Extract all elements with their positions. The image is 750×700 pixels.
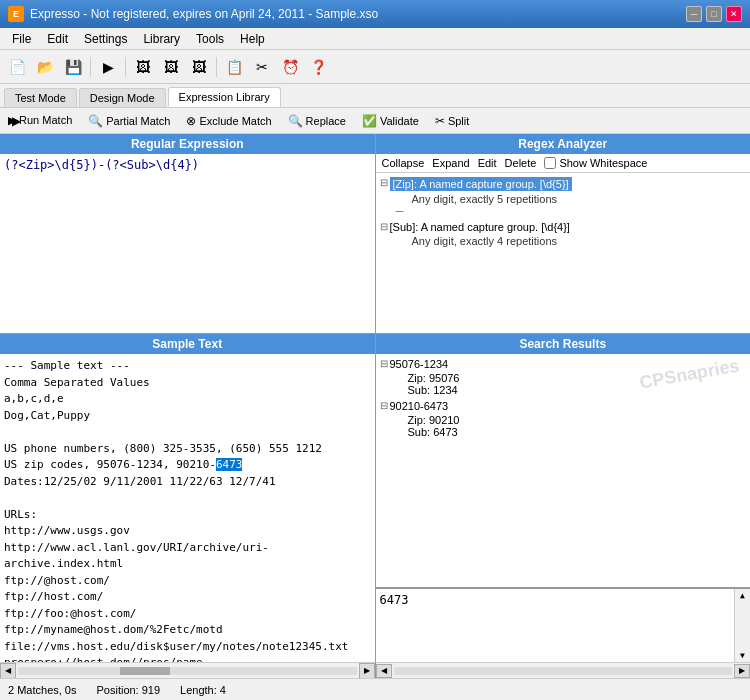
- exclude-match-label: Exclude Match: [199, 115, 271, 127]
- result-2-zip: Zip: 90210: [408, 414, 747, 426]
- detail-hscroll-track[interactable]: [394, 667, 733, 675]
- result-2-sub: Sub: 6473: [408, 426, 747, 438]
- split-button[interactable]: ✂ Split: [429, 112, 475, 130]
- sample-panel: Sample Text --- Sample text --- Comma Se…: [0, 334, 376, 678]
- sample-panel-header: Sample Text: [0, 334, 375, 354]
- menu-file[interactable]: File: [4, 30, 39, 48]
- analyzer-panel-header: Regex Analyzer: [376, 134, 751, 154]
- sub-node-label: [Sub]: A named capture group. [\d{4}]: [390, 221, 570, 233]
- replace-label: Replace: [306, 115, 346, 127]
- sample-line-1: --- Sample text ---: [4, 358, 371, 375]
- title-bar-left: E Expresso - Not registered, expires on …: [8, 6, 378, 22]
- sample-line-17: file://vms.host.edu/disk$user/my/notes/n…: [4, 639, 371, 656]
- close-button[interactable]: ✕: [726, 6, 742, 22]
- result-2-expand[interactable]: ⊟: [380, 400, 388, 411]
- detail-hscroll-left[interactable]: ◀: [376, 664, 392, 678]
- sample-line-11: http://www.usgs.gov: [4, 523, 371, 540]
- tab-design-mode[interactable]: Design Mode: [79, 88, 166, 107]
- title-bar-controls[interactable]: ─ □ ✕: [686, 6, 742, 22]
- show-whitespace-text: Show Whitespace: [559, 157, 647, 169]
- sub-expand-icon[interactable]: ⊟: [380, 221, 388, 232]
- menu-edit[interactable]: Edit: [39, 30, 76, 48]
- sample-line-18: prospero://host.dom//pros/name: [4, 655, 371, 662]
- title-bar: E Expresso - Not registered, expires on …: [0, 0, 750, 28]
- toolbar-separator-2: [125, 57, 126, 77]
- exclude-match-button[interactable]: ⊗ Exclude Match: [180, 112, 277, 130]
- analyzer-toolbar: Collapse Expand Edit Delete Show Whitesp…: [376, 154, 751, 173]
- save-button[interactable]: 💾: [60, 54, 86, 80]
- replace-button[interactable]: 🔍 Replace: [282, 112, 352, 130]
- result-item-1: ⊟ 95076-1234: [380, 358, 747, 370]
- new-button[interactable]: 📄: [4, 54, 30, 80]
- sample-line-5: [4, 424, 371, 441]
- sample-hscroll[interactable]: ◀ ▶: [0, 662, 375, 678]
- run-match-button[interactable]: ▶ ▶ Run Match: [6, 112, 78, 130]
- partial-match-button[interactable]: 🔍 Partial Match: [82, 112, 176, 130]
- menu-help[interactable]: Help: [232, 30, 273, 48]
- open-button[interactable]: 📂: [32, 54, 58, 80]
- main-content: Regular Expression (?<Zip>\d{5})-(?<Sub>…: [0, 134, 750, 678]
- validate-button[interactable]: ✅ Validate: [356, 112, 425, 130]
- sample-line-3: a,b,c,d,e: [4, 391, 371, 408]
- detail-panel: 6473 ▲ ▼ ◀ ▶: [376, 588, 751, 678]
- menu-bar: File Edit Settings Library Tools Help: [0, 28, 750, 50]
- action-bar: ▶ ▶ Run Match 🔍 Partial Match ⊗ Exclude …: [0, 108, 750, 134]
- sample-content[interactable]: --- Sample text --- Comma Separated Valu…: [0, 354, 375, 662]
- edit-button[interactable]: Edit: [478, 157, 497, 169]
- show-whitespace-checkbox[interactable]: [544, 157, 556, 169]
- tab-test-mode[interactable]: Test Mode: [4, 88, 77, 107]
- run-match-label: ▶ Run Match: [8, 114, 72, 127]
- expand-button[interactable]: Expand: [432, 157, 469, 169]
- collapse-button[interactable]: Collapse: [382, 157, 425, 169]
- result-item-2: ⊟ 90210-6473: [380, 400, 747, 412]
- detail-hscroll-right[interactable]: ▶: [734, 664, 750, 678]
- hscroll-thumb[interactable]: [120, 667, 170, 675]
- app-icon: E: [8, 6, 24, 22]
- bottom-panels: Sample Text --- Sample text --- Comma Se…: [0, 334, 750, 678]
- detail-hscroll[interactable]: ◀ ▶: [376, 662, 751, 678]
- delete-button[interactable]: Delete: [505, 157, 537, 169]
- tool-btn-2[interactable]: 🖼: [158, 54, 184, 80]
- result-1-zip: Zip: 95076: [408, 372, 747, 384]
- tree-item-sub: ⊟ [Sub]: A named capture group. [\d{4}]: [380, 221, 747, 233]
- tab-expression-library[interactable]: Expression Library: [168, 87, 281, 107]
- menu-settings[interactable]: Settings: [76, 30, 135, 48]
- status-position: Position: 919: [96, 684, 160, 696]
- partial-match-label: Partial Match: [106, 115, 170, 127]
- minimize-button[interactable]: ─: [686, 6, 702, 22]
- detail-scroll-down[interactable]: ▼: [740, 651, 745, 660]
- run-button[interactable]: ▶: [95, 54, 121, 80]
- show-whitespace-label[interactable]: Show Whitespace: [544, 157, 647, 169]
- regex-panel: Regular Expression (?<Zip>\d{5})-(?<Sub>…: [0, 134, 376, 333]
- hscroll-right-btn[interactable]: ▶: [359, 663, 375, 679]
- zip-expand-icon[interactable]: ⊟: [380, 177, 388, 188]
- regex-panel-header: Regular Expression: [0, 134, 375, 154]
- regex-text: (?<Zip>\d{5})-(?<Sub>\d{4}): [4, 158, 199, 172]
- tool-btn-3[interactable]: 🖼: [186, 54, 212, 80]
- detail-vscroll[interactable]: ▲ ▼: [734, 589, 750, 662]
- result-1-sub: Sub: 1234: [408, 384, 747, 396]
- menu-library[interactable]: Library: [135, 30, 188, 48]
- result-2-label: 90210-6473: [390, 400, 449, 412]
- partial-match-icon: 🔍: [88, 114, 103, 128]
- window-title: Expresso - Not registered, expires on Ap…: [30, 7, 378, 21]
- tool-btn-4[interactable]: 📋: [221, 54, 247, 80]
- tool-btn-6[interactable]: ⏰: [277, 54, 303, 80]
- regex-panel-content[interactable]: (?<Zip>\d{5})-(?<Sub>\d{4}): [0, 154, 375, 333]
- tool-btn-1[interactable]: 🖼: [130, 54, 156, 80]
- menu-tools[interactable]: Tools: [188, 30, 232, 48]
- toolbar-separator-1: [90, 57, 91, 77]
- hscroll-track[interactable]: [18, 667, 357, 675]
- tabs: Test Mode Design Mode Expression Library: [0, 84, 750, 108]
- hscroll-left-btn[interactable]: ◀: [0, 663, 16, 679]
- detail-scroll-up[interactable]: ▲: [740, 591, 745, 600]
- tool-btn-7[interactable]: ❓: [305, 54, 331, 80]
- maximize-button[interactable]: □: [706, 6, 722, 22]
- right-panels: Search Results CPSnapries ⊟ 95076-1234 Z…: [376, 334, 751, 678]
- result-1-label: 95076-1234: [390, 358, 449, 370]
- result-1-expand[interactable]: ⊟: [380, 358, 388, 369]
- tool-btn-5[interactable]: ✂: [249, 54, 275, 80]
- results-content[interactable]: CPSnapries ⊟ 95076-1234 Zip: 95076 Sub: …: [376, 354, 751, 587]
- detail-content[interactable]: 6473 ▲ ▼: [376, 589, 751, 662]
- top-panels: Regular Expression (?<Zip>\d{5})-(?<Sub>…: [0, 134, 750, 334]
